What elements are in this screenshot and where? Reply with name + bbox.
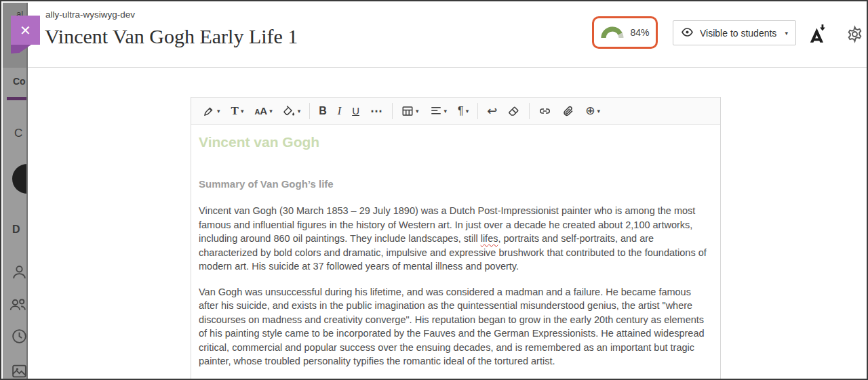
image-icon <box>11 362 28 380</box>
settings-gear-icon[interactable] <box>846 25 864 43</box>
sidebar-course-heading-partial: C <box>14 127 22 140</box>
roster-person-icon <box>11 263 28 283</box>
toolbar-separator <box>477 103 478 119</box>
bold-icon[interactable]: B <box>314 102 332 121</box>
toolbar-separator <box>309 103 310 119</box>
chevron-down-icon: ▾ <box>416 108 419 114</box>
sidebar-details-heading-partial: D <box>12 224 20 236</box>
chevron-down-icon: ▾ <box>217 108 220 114</box>
dimmed-sidebar: al Co C D <box>3 3 26 380</box>
toolbar-separator <box>392 103 393 119</box>
misspelled-word: lifes <box>481 233 498 244</box>
ally-score-indicator[interactable]: 84% <box>592 16 658 49</box>
link-icon[interactable] <box>534 102 556 121</box>
sidebar-tab-content-partial: Co <box>13 76 26 87</box>
chevron-down-icon: ▾ <box>298 108 301 114</box>
heading-style-icon[interactable]: T ▾ <box>226 102 249 121</box>
italic-icon[interactable]: I <box>333 102 346 121</box>
chevron-down-icon: ▾ <box>241 108 244 114</box>
groups-people-icon <box>9 295 27 316</box>
paragraph-icon[interactable]: ¶ ▾ <box>453 102 473 121</box>
fill-color-bucket-icon[interactable]: ▾ <box>279 102 306 121</box>
chevron-down-icon: ▾ <box>444 108 448 114</box>
chevron-down-icon: ▾ <box>597 108 601 114</box>
text-style-pen-icon[interactable]: ▾ <box>198 102 225 121</box>
ally-a-download-icon <box>807 23 829 45</box>
font-size-icon[interactable]: AA ▾ <box>250 102 277 121</box>
ally-gauge-icon <box>600 26 625 39</box>
paragraph-2: Van Gogh was unsuccessful during his lif… <box>199 285 713 368</box>
toolbar-separator <box>529 103 530 119</box>
close-icon: ✕ <box>20 22 31 39</box>
underline-icon[interactable]: U <box>347 102 364 121</box>
chevron-down-icon: ▾ <box>269 108 273 114</box>
document-header: ally-ultra-wysiwyg-dev Vincent Van Gogh … <box>28 3 868 68</box>
paperclip-icon[interactable] <box>557 102 579 121</box>
page-title: Vincent Van Gogh Early Life 1 <box>45 25 298 48</box>
paragraph-1: Vincent van Gogh (30 March 1853 – 29 Jul… <box>199 204 713 274</box>
chevron-down-icon: ▾ <box>466 108 469 114</box>
rich-text-editor: ▾ T ▾ AA ▾ ▾ B I U ⋯ <box>191 97 721 380</box>
ally-score-value: 84% <box>630 27 649 38</box>
sidebar-active-tab-indicator <box>7 97 28 100</box>
editor-toolbar: ▾ T ▾ AA ▾ ▾ B I U ⋯ <box>191 98 720 125</box>
more-options-icon[interactable]: ⋯ <box>366 102 388 121</box>
visibility-label: Visible to students <box>700 28 778 39</box>
insert-plus-icon[interactable]: ⊕ ▾ <box>580 102 605 121</box>
table-icon[interactable]: ▾ <box>397 102 424 121</box>
editor-content-area[interactable]: Vincent van Gogh Summary of Van Gogh’s l… <box>191 125 720 380</box>
close-button[interactable]: ✕ <box>11 16 40 45</box>
ally-gauge-arc-filled <box>604 29 621 38</box>
eraser-icon[interactable] <box>503 102 525 121</box>
document-panel: ally-ultra-wysiwyg-dev Vincent Van Gogh … <box>26 3 868 380</box>
ally-alternative-formats-button[interactable] <box>807 23 829 45</box>
breadcrumb: ally-ultra-wysiwyg-dev <box>45 9 135 20</box>
chevron-down-icon: ▾ <box>785 30 788 37</box>
undo-icon[interactable]: ↩ <box>482 102 502 121</box>
align-icon[interactable]: ▾ <box>425 102 452 121</box>
clock-icon <box>11 328 28 347</box>
visibility-dropdown[interactable]: Visible to students ▾ <box>673 20 796 45</box>
document-heading: Vincent van Gogh <box>199 134 713 150</box>
document-subheading: Summary of Van Gogh’s life <box>199 178 713 190</box>
app-window: al Co C D ally-ultra-wysiwyg-dev Vincent… <box>0 0 868 380</box>
eye-icon <box>681 27 694 39</box>
